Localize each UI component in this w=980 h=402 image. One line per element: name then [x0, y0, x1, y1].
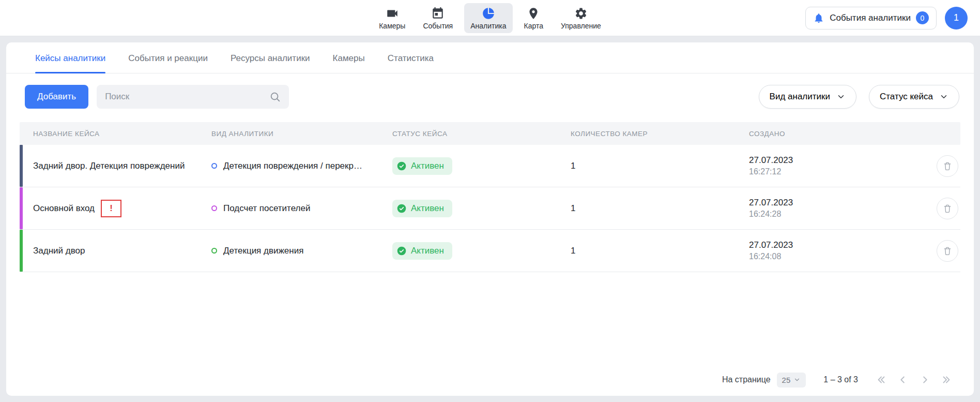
analytics-icon: [482, 6, 495, 21]
table-header: НАЗВАНИЕ КЕЙСА ВИД АНАЛИТИКИ СТАТУС КЕЙС…: [20, 122, 960, 145]
first-page-button[interactable]: [876, 374, 887, 385]
tab-events-reactions[interactable]: События и реакции: [128, 53, 208, 73]
avatar[interactable]: 1: [945, 7, 968, 29]
table-row[interactable]: Основной вход ! Подсчет посетителей Акти…: [20, 187, 960, 230]
analytics-type-label: Детекция повреждения / перекр…: [223, 161, 362, 171]
top-right-controls: События аналитики 0 1: [805, 0, 968, 36]
check-circle-icon: [396, 246, 407, 256]
analytics-events-button[interactable]: События аналитики 0: [805, 7, 937, 29]
cases-table: НАЗВАНИЕ КЕЙСА ВИД АНАЛИТИКИ СТАТУС КЕЙС…: [20, 122, 960, 272]
search-icon: [269, 91, 281, 102]
nav-item-analytics[interactable]: Аналитика: [464, 3, 512, 33]
events-icon: [431, 6, 445, 21]
camera-count: 1: [571, 203, 749, 214]
nav-item-label: Аналитика: [470, 22, 506, 30]
chevron-down-icon: [793, 376, 801, 383]
case-status-filter[interactable]: Статус кейса: [869, 85, 959, 109]
pagination-bar: На странице 25 1 – 3 of 3: [6, 364, 974, 396]
add-case-button[interactable]: Добавить: [25, 85, 88, 109]
delete-button[interactable]: [937, 198, 958, 219]
tab-analytics-cases[interactable]: Кейсы аналитики: [35, 53, 105, 73]
per-page-label: На странице: [722, 375, 771, 384]
check-circle-icon: [396, 203, 407, 214]
column-header-status: СТАТУС КЕЙСА: [392, 130, 571, 138]
check-circle-icon: [396, 161, 407, 171]
analytics-page-card: Кейсы аналитики События и реакции Ресурс…: [6, 42, 974, 396]
search-box: [97, 85, 289, 109]
next-page-button[interactable]: [919, 374, 930, 385]
page-range-label: 1 – 3 of 3: [823, 375, 858, 384]
row-accent-bar: [20, 145, 23, 187]
map-icon: [527, 6, 540, 21]
tab-cameras[interactable]: Камеры: [333, 53, 365, 73]
nav-item-map[interactable]: Карта: [518, 3, 549, 33]
table-row[interactable]: Задний двор Детекция движения Активен 1 …: [20, 230, 960, 272]
nav-item-label: Камеры: [379, 22, 405, 30]
events-count-badge: 0: [916, 11, 929, 24]
tab-statistics[interactable]: Статистика: [388, 53, 434, 73]
toolbar: Добавить Вид аналитики Статус кейса: [6, 73, 974, 109]
search-input[interactable]: [105, 92, 264, 102]
warning-icon: !: [101, 200, 121, 217]
nav-item-label: Карта: [524, 22, 543, 30]
analytics-type-label: Подсчет посетителей: [223, 203, 310, 214]
status-badge: Активен: [392, 157, 452, 175]
per-page-control: На странице 25: [722, 373, 806, 388]
created-cell: 27.07.2023 16:24:08: [749, 240, 923, 261]
camera-icon: [386, 6, 399, 21]
pager-controls: [876, 374, 952, 385]
tab-analytics-resources[interactable]: Ресурсы аналитики: [231, 53, 310, 73]
gear-icon: [574, 6, 588, 21]
case-name: Основной вход: [33, 203, 95, 214]
created-cell: 27.07.2023 16:24:28: [749, 198, 923, 219]
camera-count: 1: [571, 246, 749, 256]
top-bar: Камеры События Аналитика Карта: [0, 0, 980, 36]
nav-item-events[interactable]: События: [417, 3, 459, 33]
nav-item-label: События: [423, 22, 453, 30]
main-nav: Камеры События Аналитика Карта: [373, 3, 607, 33]
row-accent-bar: [20, 187, 23, 229]
trash-icon: [942, 246, 953, 256]
analytics-type-label: Детекция движения: [223, 246, 303, 256]
chevron-down-icon: [836, 92, 846, 101]
analytics-type-filter[interactable]: Вид аналитики: [759, 85, 856, 109]
nav-item-cameras[interactable]: Камеры: [373, 3, 411, 33]
analytics-type-icon: [211, 205, 217, 211]
analytics-events-label: События аналитики: [830, 13, 911, 23]
row-accent-bar: [20, 230, 23, 272]
filter-group: Вид аналитики Статус кейса: [759, 85, 959, 109]
column-header-created: СОЗДАНО: [749, 130, 923, 138]
column-header-type: ВИД АНАЛИТИКИ: [211, 130, 392, 138]
status-badge: Активен: [392, 242, 452, 260]
table-row[interactable]: Задний двор. Детекция повреждений Детекц…: [20, 145, 960, 187]
column-header-name: НАЗВАНИЕ КЕЙСА: [33, 130, 211, 138]
status-badge: Активен: [392, 200, 452, 217]
previous-page-button[interactable]: [897, 374, 909, 385]
nav-item-label: Управление: [561, 22, 601, 30]
column-header-cameras: КОЛИЧЕСТВО КАМЕР: [571, 130, 749, 138]
case-name: Задний двор: [33, 246, 85, 256]
trash-icon: [942, 203, 953, 214]
analytics-type-icon: [211, 248, 217, 254]
trash-icon: [942, 161, 953, 171]
delete-button[interactable]: [937, 240, 958, 262]
per-page-select[interactable]: 25: [777, 373, 806, 388]
case-name: Задний двор. Детекция повреждений: [33, 161, 185, 171]
camera-count: 1: [571, 161, 749, 171]
analytics-type-icon: [211, 163, 217, 169]
delete-button[interactable]: [937, 155, 958, 177]
page-tabs: Кейсы аналитики События и реакции Ресурс…: [6, 42, 974, 73]
bell-icon: [813, 12, 824, 24]
nav-item-management[interactable]: Управление: [555, 3, 607, 33]
last-page-button[interactable]: [941, 374, 952, 385]
chevron-down-icon: [939, 92, 948, 101]
created-cell: 27.07.2023 16:27:12: [749, 155, 923, 176]
